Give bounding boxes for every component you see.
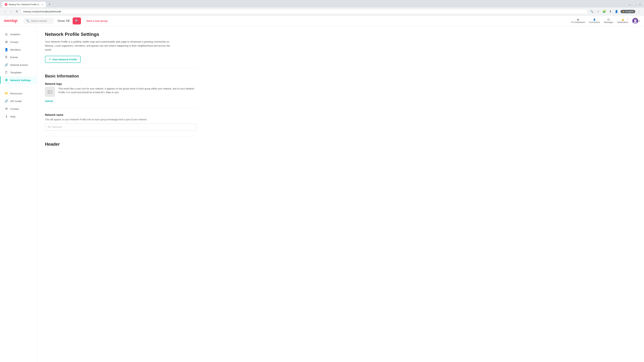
bookmark-btn[interactable]: ☆ (596, 9, 600, 14)
notification-dot (627, 18, 628, 19)
logo-upload-area: This works like a user icon for your net… (45, 87, 196, 97)
main-content: Network Profile Settings Your Network Pr… (37, 26, 204, 362)
back-btn[interactable]: ← (3, 9, 8, 14)
connections-nav[interactable]: 👤 Connections (589, 18, 600, 23)
svg-point-4 (634, 19, 636, 22)
sidebar-item-members[interactable]: 👤 Members (0, 46, 37, 53)
search-icon: 🔍 (26, 19, 30, 22)
sidebar-item-contact[interactable]: ✉ Contact (0, 105, 37, 113)
sidebar-item-events[interactable]: 🗓 Events (0, 53, 37, 61)
profile-btn[interactable]: 👤 (614, 9, 619, 14)
logo-placeholder (45, 87, 55, 97)
tab-close-btn[interactable]: × (42, 3, 43, 6)
sidebar-item-templates[interactable]: 🗒 Templates (0, 69, 37, 76)
location-label: Dover, DE (58, 19, 70, 22)
members-label: Members (10, 48, 21, 51)
header-section-title: Header (45, 142, 196, 147)
groups-label: Groups (10, 40, 18, 43)
templates-icon: 🗒 (4, 71, 8, 74)
help-label: Help (10, 115, 16, 118)
sidebar-item-help[interactable]: ℹ Help (0, 113, 37, 120)
pro-dashboard-label: Pro Dashboard (571, 21, 585, 23)
incognito-badge: 🕵️ Incognito (620, 10, 635, 13)
api-guide-label: API Guide (10, 100, 22, 103)
logo-description-wrapper: This works like a user icon for your net… (58, 87, 196, 94)
tab-title: Meetup Pro | Network Profile S... (9, 3, 40, 6)
incognito-label: Incognito (626, 10, 634, 13)
svg-text:meetup: meetup (4, 18, 18, 23)
search-submit-btn[interactable]: 🔍 (72, 17, 81, 24)
start-group-btn[interactable]: Start a new group (84, 18, 110, 24)
app-body: ◎ Analytics ⊞ Groups 👤 Members 🗓 Events … (0, 26, 644, 362)
sidebar-item-resources[interactable]: 📁 Resources (0, 89, 37, 97)
user-avatar-wrapper[interactable]: ▾ (632, 18, 640, 24)
api-guide-icon: 🔗 (4, 99, 8, 103)
extensions-btn[interactable]: 🧩 (602, 9, 607, 14)
network-name-input[interactable] (45, 123, 196, 131)
download-btn[interactable]: ⬇ (608, 9, 612, 14)
sidebar-item-api-guide[interactable]: 🔗 API Guide (0, 97, 37, 105)
help-icon: ℹ (4, 115, 8, 118)
events-icon: 🗓 (4, 55, 8, 59)
resources-label: Resources (10, 92, 22, 95)
meetup-logo[interactable]: meetup (4, 17, 21, 25)
network-logo-label: Network logo (45, 82, 196, 85)
browser-chrome: m Meetup Pro | Network Profile S... × + … (0, 0, 644, 15)
upload-link[interactable]: Upload (45, 100, 53, 102)
logo-description: This works like a user icon for your net… (58, 87, 196, 94)
sidebar-item-analytics[interactable]: ◎ Analytics (0, 30, 37, 38)
messages-nav[interactable]: 💬 Messages (604, 18, 613, 23)
messages-label: Messages (604, 21, 613, 23)
network-logo-section: Network logo This works like a user icon… (45, 82, 196, 103)
forward-btn[interactable]: → (9, 9, 14, 14)
templates-label: Templates (10, 71, 22, 74)
search-bar[interactable]: 🔍 Search events (24, 18, 54, 24)
messages-icon: 💬 (608, 18, 610, 21)
more-btn[interactable]: ⋮ (636, 9, 641, 14)
connections-icon: 👤 (593, 18, 596, 21)
sidebar-item-network-events[interactable]: 🔗 Network Events (0, 61, 37, 69)
notifications-nav[interactable]: 🔔 Notifications (617, 18, 628, 23)
basic-info-title: Basic Information (45, 74, 196, 78)
search-placeholder: Search events (31, 19, 47, 22)
groups-icon: ⊞ (4, 40, 8, 44)
new-tab-btn[interactable]: + (46, 1, 52, 7)
contact-label: Contact (10, 107, 19, 110)
pro-dashboard-nav[interactable]: ▦ Pro Dashboard (571, 18, 585, 23)
svg-rect-6 (48, 90, 52, 93)
section-divider-2 (45, 108, 196, 108)
window-controls: — ⬜ × (628, 3, 642, 6)
analytics-label: Analytics (10, 33, 20, 36)
connections-label: Connections (589, 21, 600, 23)
svg-text:m: m (5, 4, 7, 5)
user-avatar (632, 18, 638, 24)
search-browser-btn[interactable]: 🔍 (589, 9, 594, 14)
app-header: meetup 🔍 Search events Dover, DE 🔍 Start… (0, 15, 644, 26)
incognito-icon: 🕵️ (622, 10, 625, 13)
sidebar-item-network-settings[interactable]: ⚙ Network Settings (0, 76, 37, 84)
section-divider-1 (45, 68, 196, 68)
analytics-icon: ◎ (4, 32, 8, 36)
contact-icon: ✉ (4, 107, 8, 111)
address-bar: ← → ↻ 🔍 ☆ 🧩 ⬇ 👤 🕵️ Incognito ⋮ (0, 7, 644, 15)
network-events-icon: 🔗 (4, 63, 8, 67)
network-events-label: Network Events (10, 63, 28, 66)
reload-btn[interactable]: ↻ (15, 9, 19, 14)
close-btn[interactable]: × (639, 3, 642, 6)
notifications-icon: 🔔 (622, 18, 624, 21)
view-network-profile-btn[interactable]: ↗ View Network Profile (45, 56, 81, 63)
network-name-description: This will appear on your Network Profile… (45, 118, 172, 121)
sidebar-item-groups[interactable]: ⊞ Groups (0, 38, 37, 46)
maximize-btn[interactable]: ⬜ (634, 3, 636, 6)
resources-icon: 📁 (4, 91, 8, 95)
pro-dashboard-icon: ▦ (577, 18, 579, 21)
page-title: Network Profile Settings (45, 32, 196, 37)
external-link-icon: ↗ (49, 58, 51, 61)
notifications-label: Notifications (617, 21, 628, 23)
url-input[interactable] (20, 9, 588, 14)
members-icon: 👤 (4, 48, 8, 51)
tab-favicon: m (5, 3, 8, 6)
events-label: Events (10, 56, 18, 59)
active-tab[interactable]: m Meetup Pro | Network Profile S... × (2, 2, 46, 7)
minimize-btn[interactable]: — (628, 3, 631, 6)
